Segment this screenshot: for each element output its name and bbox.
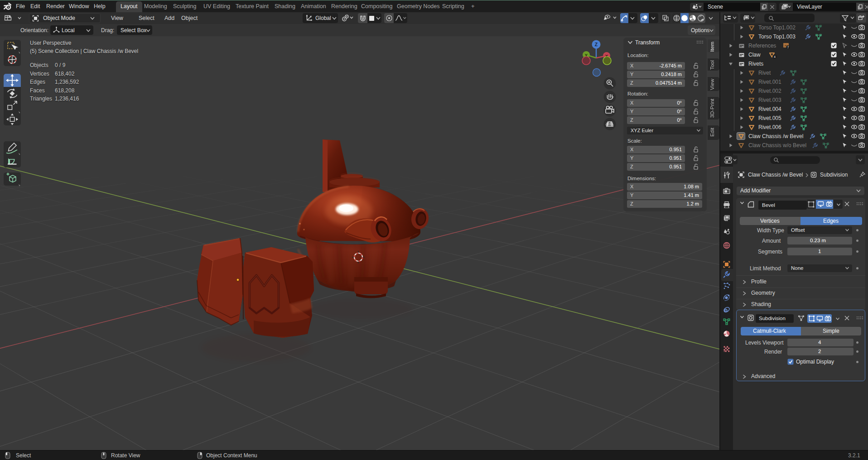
svg-text:4: 4 — [774, 55, 776, 58]
svg-text:Z: Z — [595, 42, 598, 47]
svg-text:7: 7 — [787, 46, 789, 49]
